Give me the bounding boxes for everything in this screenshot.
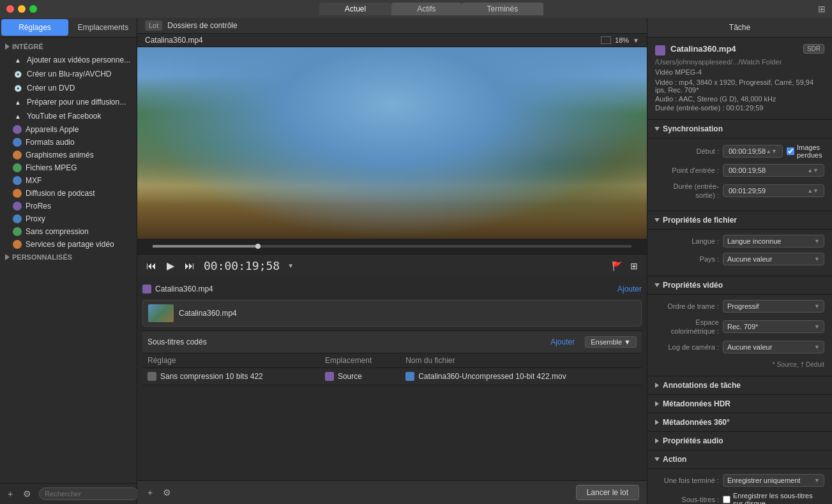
job-item-name: Catalina360.mp4 (179, 309, 237, 318)
location-icon (325, 372, 334, 381)
point-entree-value-button[interactable]: 00:00:19;58 ▲▼ (723, 164, 824, 177)
section-360-header[interactable]: Métadonnées 360° (647, 413, 832, 432)
debut-value-button[interactable]: 00:00:19;58 ▲▼ (723, 145, 783, 158)
log-camera-select[interactable]: Aucune valeur ▼ (723, 341, 824, 353)
sidebar-item-mpeg[interactable]: Fichiers MPEG (0, 161, 137, 174)
time-dropdown-icon[interactable]: ▼ (287, 262, 294, 269)
sidebar-item-dvd[interactable]: 💿 Créer un DVD (0, 81, 137, 95)
sidebar-item-proxy[interactable]: Proxy (0, 212, 137, 225)
duree-label: Durée (entrée-sortie) : (655, 182, 719, 200)
close-button[interactable] (6, 5, 14, 13)
skip-forward-button[interactable]: ⏭ (183, 259, 196, 273)
center-footer: + ⚙ Lancer le lot (137, 480, 647, 504)
skip-back-button[interactable]: ⏮ (145, 259, 158, 273)
tab-reglages[interactable]: Réglages (1, 19, 68, 36)
ensemble-button[interactable]: Ensemble ▼ (585, 336, 637, 348)
timeline-track (153, 245, 632, 248)
play-button[interactable]: ▶ (165, 258, 176, 273)
job-name: Catalina360.mp4 (155, 285, 213, 293)
sidebar-item-bluray[interactable]: 💿 Créer un Blu-ray/AVCHD (0, 67, 137, 81)
ordre-trame-select[interactable]: Progressif ▼ (723, 300, 824, 313)
settings-icon[interactable]: ⊞ (818, 4, 826, 14)
center-panel: Lot Dossiers de contrôle Catalina360.mp4… (137, 18, 647, 504)
sidebar-item-sans-compression[interactable]: Sans compression (0, 225, 137, 238)
log-camera-dropdown[interactable]: Aucune valeur (723, 341, 814, 353)
sidebar-item-diffusion[interactable]: ▲ Préparer pour une diffusion... (0, 95, 137, 109)
sidebar-item-graphismes[interactable]: Graphismes animés (0, 149, 137, 161)
sous-titres-checkbox[interactable] (723, 496, 730, 503)
section-action-header[interactable]: Action (647, 450, 832, 469)
minimize-button[interactable] (18, 5, 26, 13)
footer-left: + ⚙ (145, 486, 174, 499)
flag-button[interactable]: 🚩 (610, 260, 624, 272)
time-display[interactable]: 00:00:19;58 (204, 259, 280, 272)
section-annotations-header[interactable]: Annotations de tâche (647, 376, 832, 395)
sidebar-item-mxf[interactable]: MXF (0, 174, 137, 187)
tab-actifs[interactable]: Actifs (391, 3, 461, 15)
sidebar-item-partage[interactable]: Services de partage vidéo (0, 238, 137, 251)
upload-icon: ▲ (13, 55, 23, 65)
launch-button[interactable]: Lancer le lot (576, 485, 639, 500)
sous-titres-label: Sous-titres : (655, 496, 719, 503)
gear-button[interactable]: ⚙ (20, 487, 34, 500)
cell-reglage: Sans compression 10 bits 422 (142, 368, 320, 385)
table-row[interactable]: Sans compression 10 bits 422 Source (142, 368, 642, 385)
section-hdr-triangle (655, 401, 659, 406)
section-audio-header[interactable]: Propriétés audio (647, 432, 832, 450)
footer-gear-button[interactable]: ⚙ (160, 486, 174, 499)
sidebar-item-appareils[interactable]: Appareils Apple (0, 123, 137, 136)
espace-arrow: ▼ (814, 323, 824, 330)
langue-dropdown[interactable]: Langue inconnue (723, 235, 814, 247)
section-fichier-header[interactable]: Propriétés de fichier (647, 211, 832, 230)
overlay-button[interactable]: ⊞ (629, 260, 639, 272)
espace-dropdown[interactable]: Rec. 709* (723, 321, 814, 332)
sidebar-item-prores[interactable]: ProRes (0, 200, 137, 212)
timeline[interactable] (137, 239, 647, 254)
section-hdr-header[interactable]: Métadonnées HDR (647, 395, 832, 413)
file-header-row: Catalina360.mp4 SDR (655, 44, 824, 56)
duree-value-button[interactable]: 00:01:29;59 ▲▼ (723, 184, 824, 197)
subtitles-title: Sous-titres codés (147, 337, 207, 346)
cell-emplacement: Source (320, 368, 400, 385)
add-job-button[interactable]: Ajouter (617, 285, 642, 293)
title-bar: Actuel Actifs Terminés ⊞ (0, 0, 832, 18)
sidebar: Réglages Emplacements INTÉGRÉ ▲ Ajouter … (0, 18, 137, 504)
pays-dropdown[interactable]: Aucune valeur (723, 253, 814, 265)
une-fois-select[interactable]: Enregistrer uniquement ▼ (723, 474, 824, 487)
section-audio-triangle (655, 438, 659, 443)
sidebar-item-podcast[interactable]: Diffusion de podcast (0, 187, 137, 200)
zoom-label: 18% (615, 36, 629, 44)
sidebar-item-youtube[interactable]: ▲ YouTube et Facebook (0, 109, 137, 123)
une-fois-arrow: ▼ (814, 477, 824, 484)
tab-actuel[interactable]: Actuel (319, 3, 391, 15)
job-header: Catalina360.mp4 Ajouter (142, 282, 642, 296)
une-fois-dropdown[interactable]: Enregistrer uniquement (723, 475, 814, 486)
job-item[interactable]: Catalina360.mp4 (142, 300, 642, 327)
ordre-trame-dropdown[interactable]: Progressif (723, 300, 814, 312)
point-entree-chevron-icon: ▲▼ (807, 167, 819, 174)
images-perdues-checkbox[interactable] (787, 147, 794, 155)
footer-add-button[interactable]: + (145, 486, 155, 499)
timeline-bar[interactable] (153, 241, 632, 251)
images-perdues-label: Images perdues (787, 144, 824, 159)
add-preset-button[interactable]: + (5, 487, 15, 500)
timeline-thumb[interactable] (255, 244, 261, 249)
col-emplacement: Emplacement (320, 353, 400, 368)
video-detail: Vidéo : mp4, 3840 x 1920, Progressif, Ca… (655, 78, 824, 94)
pays-select[interactable]: Aucune valeur ▼ (723, 253, 824, 265)
prop-log-camera: Log de caméra : Aucune valeur ▼ (655, 341, 824, 353)
tab-emplacements[interactable]: Emplacements (70, 18, 137, 37)
tab-termines[interactable]: Terminés (462, 3, 544, 15)
langue-select[interactable]: Langue inconnue ▼ (723, 235, 824, 248)
right-panel: Tâche Catalina360.mp4 SDR /Users/johnnya… (647, 18, 832, 504)
sidebar-item-audio[interactable]: Formats audio (0, 136, 137, 149)
sidebar-item-ajouter[interactable]: ▲ Ajouter aux vidéos personne... (0, 53, 137, 67)
section-video-header[interactable]: Propriétés vidéo (647, 276, 832, 295)
search-input[interactable] (39, 487, 139, 500)
espace-select[interactable]: Rec. 709* ▼ (723, 320, 824, 333)
audio-icon (13, 138, 22, 147)
add-subtitle-button[interactable]: Ajouter (545, 335, 580, 349)
maximize-button[interactable] (29, 5, 37, 13)
preview-image (137, 47, 647, 239)
section-synchronisation-header[interactable]: Synchronisation (647, 120, 832, 138)
